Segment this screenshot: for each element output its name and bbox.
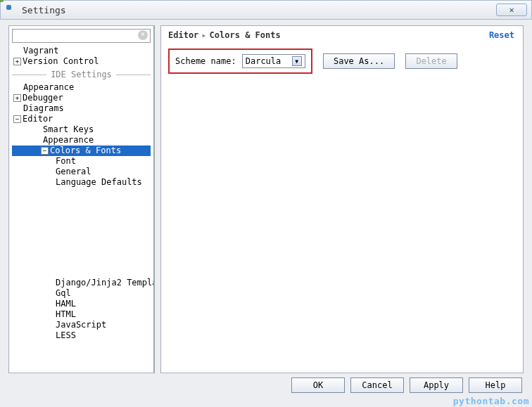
collapse-icon[interactable]: − — [13, 115, 21, 123]
tree-item-django[interactable]: Django/Jinja2 Template — [12, 278, 151, 288]
tree-item-haml[interactable]: HAML — [12, 299, 151, 309]
scheme-row-highlight: Scheme name: Darcula ▼ — [168, 49, 312, 74]
delete-button: Delete — [405, 53, 457, 69]
tree-item-general[interactable]: General — [12, 167, 151, 177]
breadcrumb: Editor ▸ Colors & Fonts — [168, 30, 516, 40]
scheme-selected-value: Darcula — [246, 56, 281, 66]
tree-item-font[interactable]: Font — [12, 156, 151, 167]
window-title: Settings — [22, 5, 496, 15]
tree-item-smart-keys[interactable]: Smart Keys — [12, 124, 151, 135]
tree-item-appearance[interactable]: Appearance — [12, 82, 151, 93]
watermark: pythontab.com — [453, 396, 529, 406]
settings-tree: × Vagrant +Version Control IDE Settings … — [8, 25, 155, 373]
scheme-name-select[interactable]: Darcula ▼ — [242, 54, 305, 68]
expand-icon[interactable]: + — [13, 58, 21, 65]
help-button[interactable]: Help — [469, 377, 522, 393]
tree-item-html[interactable]: HTML — [12, 309, 151, 320]
tree-item-gql[interactable]: Gql — [12, 288, 151, 299]
tree-item-editor[interactable]: −Editor — [12, 114, 151, 124]
tree-item-less[interactable]: LESS — [12, 330, 151, 341]
apply-button[interactable]: Apply — [410, 377, 463, 393]
dialog-footer: OK Cancel Apply Help — [0, 373, 532, 397]
tree-item-javascript[interactable]: JavaScript — [12, 320, 151, 330]
breadcrumb-colors-fonts: Colors & Fonts — [210, 30, 281, 40]
reset-link[interactable]: Reset — [489, 30, 514, 40]
window-close-button[interactable]: ✕ — [496, 4, 527, 16]
chevron-right-icon: ▸ — [201, 30, 206, 40]
scheme-name-label: Scheme name: — [175, 56, 236, 66]
clear-search-icon[interactable]: × — [138, 30, 148, 40]
settings-content: Editor ▸ Colors & Fonts Reset Scheme nam… — [160, 25, 524, 373]
chevron-down-icon: ▼ — [292, 56, 302, 66]
tree-item-debugger[interactable]: +Debugger — [12, 93, 151, 103]
cancel-button[interactable]: Cancel — [350, 377, 404, 393]
pycharm-icon — [5, 4, 18, 16]
settings-titlebar: Settings ✕ — [0, 0, 532, 20]
tree-item-vagrant[interactable]: Vagrant — [12, 46, 151, 56]
ide-settings-divider: IDE Settings — [12, 70, 151, 79]
tree-item-colors-fonts[interactable]: −Colors & Fonts — [12, 146, 151, 156]
collapse-icon[interactable]: − — [41, 147, 49, 155]
settings-search-input[interactable] — [12, 29, 151, 43]
tree-item-language-defaults[interactable]: Language Defaults — [12, 177, 151, 188]
ok-button[interactable]: OK — [291, 377, 345, 393]
tree-item-version-control[interactable]: +Version Control — [12, 56, 151, 67]
save-as-button[interactable]: Save As... — [323, 53, 395, 69]
tree-item-editor-appearance[interactable]: Appearance — [12, 135, 151, 146]
breadcrumb-editor: Editor — [168, 30, 198, 40]
tree-item-diagrams[interactable]: Diagrams — [12, 103, 151, 114]
expand-icon[interactable]: + — [13, 94, 21, 102]
